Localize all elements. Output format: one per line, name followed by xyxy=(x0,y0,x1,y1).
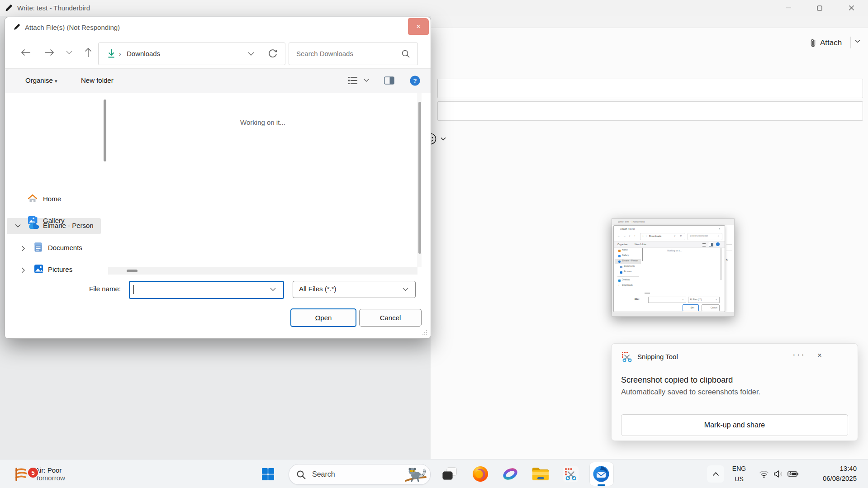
dialog-close-button[interactable]: × xyxy=(408,18,429,35)
air-quality-icon: 5 xyxy=(13,465,31,483)
thumb-cancel-button: Cancel xyxy=(702,304,720,311)
search-placeholder: Search xyxy=(312,470,335,479)
attach-button[interactable]: Attach xyxy=(810,35,842,51)
thunderbird-titlebar[interactable]: Write: test - Thunderbird xyxy=(0,0,868,16)
open-button[interactable]: Open xyxy=(290,308,356,327)
forward-button[interactable] xyxy=(40,43,58,62)
tray-overflow-button[interactable] xyxy=(707,465,724,483)
notification-title: Screenshot copied to clipboard xyxy=(621,375,733,385)
task-view-button[interactable] xyxy=(440,465,460,483)
sidebar-item-onedrive-personal[interactable]: Elmarie - Person xyxy=(5,218,103,234)
chevron-down-icon[interactable] xyxy=(270,288,276,291)
thumb-toolbar: Organise New folder xyxy=(614,241,725,248)
content-horizontal-scrollbar-thumb[interactable] xyxy=(127,270,138,272)
time: 13:40 xyxy=(810,464,857,474)
svg-text:?: ? xyxy=(413,77,417,84)
up-button[interactable] xyxy=(79,43,97,62)
onedrive-cloud-icon xyxy=(28,222,39,229)
attach-label: Attach xyxy=(820,38,842,47)
search-icon xyxy=(289,470,306,479)
chevron-right-icon xyxy=(21,246,25,251)
thumb-filename-input: ∨ xyxy=(648,297,686,303)
resize-grip[interactable] xyxy=(422,329,428,336)
notification-more-button[interactable]: ··· xyxy=(792,349,806,360)
system-tray-status[interactable] xyxy=(754,465,803,483)
sidebar-item-pictures[interactable]: Pictures xyxy=(5,262,103,278)
weather-badge: 5 xyxy=(27,467,39,479)
home-icon xyxy=(28,194,38,203)
close-window-button[interactable] xyxy=(841,0,862,16)
screenshot-preview-thumbnail[interactable]: Write: test - Thunderbird Attach File(s)… xyxy=(612,218,735,317)
content-horizontal-scrollbar-track[interactable] xyxy=(108,267,417,275)
snipping-tool-icon[interactable] xyxy=(561,465,581,483)
markup-and-share-button[interactable]: Mark-up and share xyxy=(621,414,848,436)
preview-pane-icon[interactable] xyxy=(384,76,394,85)
close-icon: × xyxy=(416,23,420,31)
compose-toolbar-strip xyxy=(431,16,868,28)
thumb-searchbox: Search Downloads ⌕ xyxy=(688,233,722,240)
filename-label: File name: xyxy=(89,285,121,293)
thumb-taskbar xyxy=(612,312,734,316)
address-bar[interactable]: › Downloads xyxy=(98,43,285,65)
notification-close-button[interactable]: × xyxy=(817,351,822,360)
caret-down-icon: ▾ xyxy=(55,78,57,84)
start-button[interactable] xyxy=(257,467,279,481)
thumb-filetype: All Files (*.*) ∨ xyxy=(688,297,720,303)
file-list-area: Working on it... xyxy=(108,93,417,275)
dialog-toolbar: Organise ▾ New folder ? xyxy=(5,68,431,94)
search-placeholder: Search Downloads xyxy=(296,43,353,65)
working-status-text: Working on it... xyxy=(108,118,417,126)
view-details-icon[interactable] xyxy=(348,76,358,85)
language-switcher[interactable]: ENGUS xyxy=(728,464,750,484)
snipping-tool-notification[interactable]: Snipping Tool ··· × Screenshot copied to… xyxy=(611,343,858,441)
documents-icon xyxy=(34,242,43,252)
thunderbird-icon[interactable] xyxy=(591,465,611,483)
search-icon[interactable] xyxy=(401,49,410,58)
firefox-icon[interactable] xyxy=(470,465,490,483)
dialog-titlebar[interactable]: Attach File(s) (Not Responding) × xyxy=(5,17,431,37)
maximize-button[interactable] xyxy=(809,0,830,16)
text-caret xyxy=(133,285,134,294)
cancel-button[interactable]: Cancel xyxy=(359,309,422,327)
dialog-footer: File name: All Files (*.*) Open Cancel xyxy=(5,281,431,338)
weather-widget[interactable]: 5 Air: Poor Tomorrow xyxy=(9,460,65,488)
date: 06/08/2025 xyxy=(810,474,857,483)
pictures-icon xyxy=(34,264,43,274)
paperclip-icon xyxy=(810,38,816,47)
battery-icon xyxy=(787,471,798,477)
back-button[interactable] xyxy=(17,43,35,62)
thumb-open-button: Open xyxy=(683,304,699,311)
view-options-chevron[interactable] xyxy=(364,79,369,82)
new-folder-button[interactable]: New folder xyxy=(81,69,114,92)
weather-line1: Air: Poor xyxy=(35,466,65,474)
recent-locations-chevron[interactable] xyxy=(60,43,78,62)
content-vertical-scrollbar-thumb[interactable] xyxy=(418,102,421,254)
compose-to-field[interactable] xyxy=(437,79,863,98)
search-input[interactable]: Search Downloads xyxy=(289,43,418,65)
notification-subtitle: Automatically saved to screenshots folde… xyxy=(621,388,760,396)
breadcrumb-location[interactable]: Downloads xyxy=(127,43,160,65)
refresh-icon[interactable] xyxy=(268,49,278,59)
clock[interactable]: 13:40 06/08/2025 xyxy=(810,464,857,483)
filetype-dropdown[interactable]: All Files (*.*) xyxy=(293,281,416,298)
search-highlight-lemur-image xyxy=(404,465,427,483)
sidebar-item-documents[interactable]: Documents xyxy=(5,241,103,256)
downloads-folder-icon xyxy=(107,49,116,59)
taskbar-search[interactable]: Search xyxy=(289,464,431,485)
attach-files-dialog: Attach File(s) (Not Responding) × › Down… xyxy=(5,17,431,339)
file-explorer-icon[interactable] xyxy=(531,465,550,483)
help-icon[interactable]: ? xyxy=(410,76,420,86)
copilot-icon[interactable] xyxy=(500,465,520,483)
sidebar-scrollbar[interactable] xyxy=(104,99,106,161)
address-dropdown-chevron[interactable] xyxy=(248,52,254,56)
window-title: Write: test - Thunderbird xyxy=(17,0,90,16)
organise-button[interactable]: Organise ▾ xyxy=(25,69,57,93)
attach-dropdown-chevron-icon[interactable] xyxy=(854,38,861,45)
sidebar-item-home[interactable]: Home xyxy=(5,192,103,207)
minimize-button[interactable] xyxy=(778,0,799,16)
snipping-tool-icon xyxy=(621,351,633,363)
taskbar: 5 Air: Poor Tomorrow Search xyxy=(0,459,868,488)
dialog-body: Home Gallery Elmarie - Person Documents xyxy=(5,93,431,281)
filename-input[interactable] xyxy=(129,281,284,299)
compose-subject-field[interactable] xyxy=(437,101,863,121)
